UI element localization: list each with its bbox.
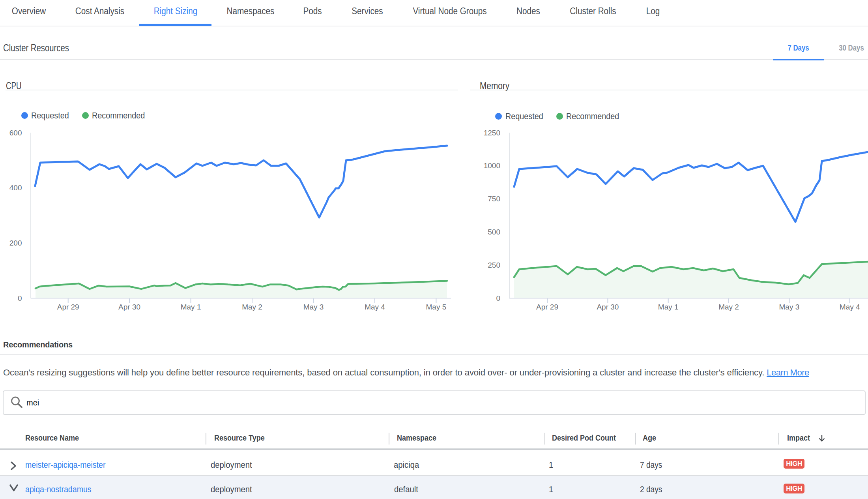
svg-text:May 3: May 3 <box>779 303 800 311</box>
svg-text:May 2: May 2 <box>242 303 262 311</box>
svg-text:May 2: May 2 <box>718 303 739 311</box>
svg-text:Apr 30: Apr 30 <box>597 303 619 311</box>
svg-text:0: 0 <box>496 294 500 302</box>
svg-text:500: 500 <box>488 228 500 236</box>
svg-text:May 1: May 1 <box>181 303 201 311</box>
svg-text:Apr 29: Apr 29 <box>536 303 558 311</box>
svg-text:May 1: May 1 <box>658 303 679 311</box>
svg-text:May 5: May 5 <box>426 303 447 311</box>
svg-text:200: 200 <box>9 239 22 247</box>
svg-text:600: 600 <box>9 129 22 137</box>
svg-text:May 3: May 3 <box>303 303 324 311</box>
svg-text:May 4: May 4 <box>365 303 385 311</box>
svg-text:Apr 29: Apr 29 <box>57 303 79 311</box>
svg-text:Apr 30: Apr 30 <box>118 303 140 311</box>
svg-text:400: 400 <box>9 184 22 192</box>
svg-text:750: 750 <box>488 195 500 203</box>
svg-text:0: 0 <box>18 294 22 302</box>
svg-text:1000: 1000 <box>484 161 500 170</box>
svg-text:250: 250 <box>488 261 500 269</box>
svg-text:1250: 1250 <box>484 129 500 137</box>
svg-text:May 4: May 4 <box>840 303 860 311</box>
